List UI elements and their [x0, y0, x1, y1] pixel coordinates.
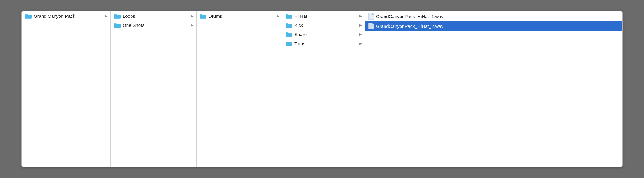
- chevron-icon: ▶: [357, 32, 362, 36]
- chevron-icon: ▶: [102, 14, 107, 18]
- folder-label: Snare: [294, 32, 357, 37]
- folder-drums[interactable]: Drums ▶: [197, 11, 282, 20]
- svg-rect-8: [114, 24, 121, 28]
- column-2: Loops ▶ One Shots ▶: [111, 11, 197, 167]
- folder-icon: [286, 13, 292, 19]
- file-icon: [368, 13, 374, 20]
- svg-rect-14: [286, 15, 292, 18]
- file-label: GrandCanyonPack_HiHat_2.wav: [376, 24, 619, 29]
- chevron-icon: ▶: [188, 14, 193, 18]
- browser-window: Grand Canyon Pack ▶ Loops ▶: [21, 11, 623, 167]
- svg-rect-17: [286, 24, 292, 28]
- folder-label: Drums: [209, 13, 274, 19]
- folder-icon: [114, 23, 121, 28]
- folder-icon: [25, 13, 32, 19]
- folder-kick[interactable]: Kick ▶: [282, 20, 365, 30]
- column-1: Grand Canyon Pack ▶: [22, 11, 111, 167]
- folder-toms[interactable]: Toms ▶: [282, 39, 365, 48]
- column-3: Drums ▶: [197, 11, 282, 167]
- chevron-icon: ▶: [357, 42, 362, 46]
- svg-marker-26: [368, 23, 374, 29]
- folder-snare[interactable]: Snare ▶: [282, 30, 365, 39]
- folder-label: Grand Canyon Pack: [34, 13, 102, 19]
- folder-one-shots[interactable]: One Shots ▶: [111, 20, 196, 30]
- svg-rect-5: [114, 15, 121, 18]
- column-4: Hi Hat ▶ Kick ▶ Snare: [282, 11, 365, 167]
- folder-grand-canyon-pack[interactable]: Grand Canyon Pack ▶: [22, 11, 110, 20]
- chevron-icon: ▶: [357, 23, 362, 27]
- chevron-icon: ▶: [188, 23, 193, 27]
- svg-rect-20: [286, 33, 292, 37]
- svg-rect-2: [25, 15, 32, 18]
- folder-label: Loops: [123, 13, 188, 19]
- folder-hi-hat[interactable]: Hi Hat ▶: [282, 11, 365, 20]
- chevron-icon: ▶: [357, 14, 362, 18]
- folder-label: Hi Hat: [294, 13, 357, 19]
- column-5: GrandCanyonPack_HiHat_1.wav GrandCanyonP…: [365, 11, 622, 167]
- folder-icon: [200, 13, 206, 19]
- folder-icon: [114, 13, 121, 19]
- file-hihat2[interactable]: GrandCanyonPack_HiHat_2.wav: [365, 21, 622, 31]
- file-hihat1[interactable]: GrandCanyonPack_HiHat_1.wav: [365, 11, 622, 21]
- svg-rect-11: [200, 15, 206, 18]
- file-label: GrandCanyonPack_HiHat_1.wav: [376, 14, 619, 19]
- svg-rect-23: [286, 42, 292, 46]
- folder-icon: [286, 41, 292, 46]
- file-icon: [368, 23, 374, 29]
- chevron-icon: ▶: [274, 14, 279, 18]
- svg-marker-24: [368, 13, 374, 20]
- folder-icon: [286, 23, 292, 28]
- folder-label: Kick: [294, 23, 357, 28]
- folder-label: One Shots: [123, 23, 188, 28]
- folder-label: Toms: [294, 41, 357, 46]
- folder-icon: [286, 32, 292, 37]
- folder-loops[interactable]: Loops ▶: [111, 11, 196, 20]
